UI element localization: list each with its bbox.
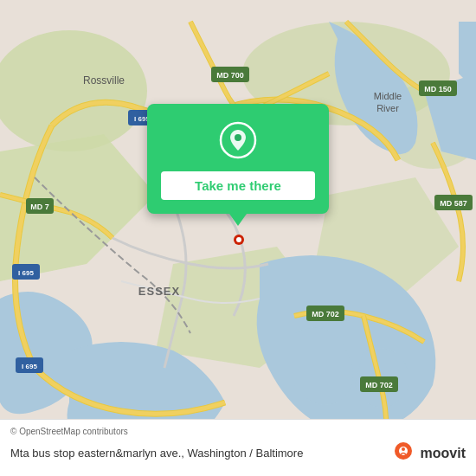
svg-point-30 — [236, 237, 241, 242]
svg-text:Middle: Middle — [374, 91, 402, 101]
svg-text:MD 702: MD 702 — [312, 310, 339, 318]
popup-card: Take me there — [147, 104, 329, 214]
svg-point-35 — [402, 447, 405, 451]
location-text: Mta bus stop eastern&marlyn ave., Washin… — [10, 446, 389, 461]
svg-text:MD 587: MD 587 — [440, 199, 467, 208]
bottom-bar: © OpenStreetMap contributors Mta bus sto… — [0, 419, 476, 476]
svg-text:River: River — [376, 103, 399, 113]
svg-text:MD 700: MD 700 — [216, 71, 244, 80]
svg-text:Rossville: Rossville — [83, 74, 125, 87]
location-pin-icon — [219, 121, 257, 159]
svg-text:MD 7: MD 7 — [30, 203, 49, 211]
map-background: MD 700 MD 150 MD 587 MD 7 I 695 I 695 I … — [0, 0, 476, 476]
svg-text:I 695: I 695 — [18, 269, 34, 277]
svg-text:MD 150: MD 150 — [424, 85, 452, 93]
svg-text:I 695: I 695 — [22, 363, 37, 370]
attribution: © OpenStreetMap contributors — [10, 427, 466, 436]
map-container: MD 700 MD 150 MD 587 MD 7 I 695 I 695 I … — [0, 0, 476, 476]
moovit-icon — [389, 440, 417, 467]
svg-point-32 — [235, 134, 241, 141]
bottom-content: Mta bus stop eastern&marlyn ave., Washin… — [10, 440, 466, 467]
take-me-there-button[interactable]: Take me there — [161, 171, 315, 200]
location-icon-wrapper — [219, 121, 257, 163]
svg-text:ESSEX: ESSEX — [138, 285, 180, 298]
attribution-text: © OpenStreetMap contributors — [10, 427, 128, 436]
moovit-logo: moovit — [389, 440, 466, 467]
svg-text:MD 702: MD 702 — [365, 381, 393, 389]
moovit-brand-name: moovit — [421, 446, 466, 461]
